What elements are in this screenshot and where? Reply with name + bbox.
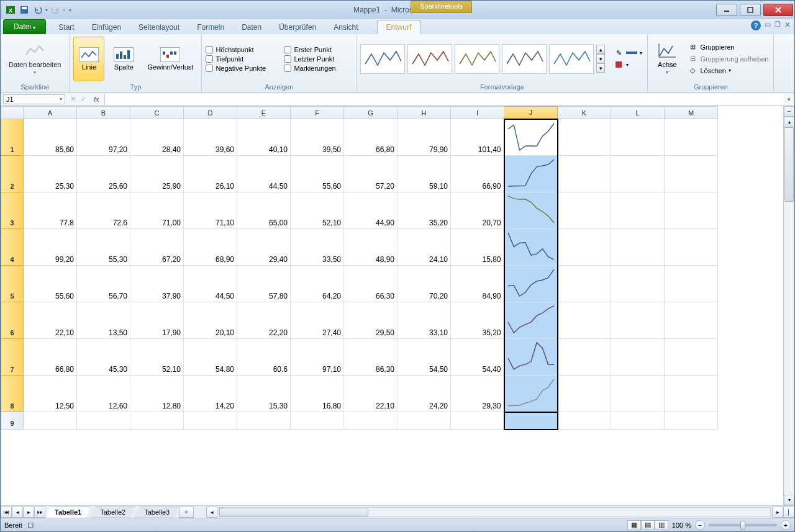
cell-J3[interactable] <box>504 192 558 229</box>
cell-E4[interactable]: 29,40 <box>237 229 291 266</box>
row-head-7[interactable]: 7 <box>1 339 24 376</box>
cell-E2[interactable]: 44,50 <box>237 156 291 192</box>
hscroll-thumb[interactable] <box>219 508 368 516</box>
cell-D4[interactable]: 68,90 <box>184 229 237 266</box>
doc-restore-icon[interactable]: ❐ <box>775 20 781 30</box>
macro-record-icon[interactable]: ▢ <box>27 521 34 529</box>
col-head-C[interactable]: C <box>130 107 184 119</box>
cell-L1[interactable] <box>611 119 665 156</box>
horizontal-scrollbar[interactable] <box>219 507 771 517</box>
cell-B2[interactable]: 25,60 <box>77 156 130 192</box>
cell-M5[interactable] <box>665 266 718 302</box>
cell-B5[interactable]: 56,70 <box>77 266 130 302</box>
close-button[interactable] <box>763 4 793 16</box>
tab-daten[interactable]: Daten <box>233 20 270 34</box>
zoom-in-button[interactable]: + <box>781 520 791 530</box>
tab-formeln[interactable]: Formeln <box>188 20 233 34</box>
cell-M1[interactable] <box>665 119 718 156</box>
check-lowpoint[interactable]: Tiefpunkt <box>206 55 280 63</box>
style-item-3[interactable] <box>455 44 499 74</box>
cell-I4[interactable]: 15,80 <box>451 229 504 266</box>
col-head-E[interactable]: E <box>237 107 291 119</box>
edit-data-button[interactable]: Daten bearbeiten ▾ <box>4 37 65 81</box>
cell-C7[interactable]: 52,10 <box>130 339 184 376</box>
row-head-1[interactable]: 1 <box>1 119 24 156</box>
sparkline-color-button[interactable]: ✎ ▾ <box>612 47 643 58</box>
row-head-9[interactable]: 9 <box>1 412 24 430</box>
col-head-I[interactable]: I <box>451 107 504 119</box>
cell-B7[interactable]: 45,30 <box>77 339 130 376</box>
cell-G2[interactable]: 57,20 <box>344 156 398 192</box>
cell-C5[interactable]: 37,90 <box>130 266 184 302</box>
row-head-6[interactable]: 6 <box>1 302 24 339</box>
cell-D6[interactable]: 20,10 <box>184 302 237 339</box>
cell-L7[interactable] <box>611 339 665 376</box>
cell-A4[interactable]: 99,20 <box>24 229 77 266</box>
hscroll-right-icon[interactable]: ▸ <box>772 507 783 518</box>
tab-nav-next-icon[interactable]: ▸ <box>23 507 34 518</box>
style-gallery[interactable]: ▴ ▾ ▾ <box>360 44 605 74</box>
cell-F1[interactable]: 39,50 <box>291 119 344 156</box>
axis-button[interactable]: Achse▾ <box>652 37 683 81</box>
excel-icon[interactable]: X <box>4 4 17 16</box>
cell-M4[interactable] <box>665 229 718 266</box>
cell-L6[interactable] <box>611 302 665 339</box>
cell-J7[interactable] <box>504 339 558 376</box>
doc-close-icon[interactable]: ✕ <box>784 20 791 30</box>
check-negative[interactable]: Negative Punkte <box>206 64 280 73</box>
zoom-out-button[interactable]: − <box>695 520 705 530</box>
type-column-button[interactable]: Spalte <box>108 37 139 81</box>
cell-I1[interactable]: 101,40 <box>451 119 504 156</box>
name-box[interactable]: J1▾ <box>3 94 65 104</box>
sheet-tab-2[interactable]: Tabelle2 <box>91 507 135 518</box>
cell-E8[interactable]: 15,30 <box>237 376 291 412</box>
cell-E7[interactable]: 60.6 <box>237 339 291 376</box>
cell-H4[interactable]: 24,10 <box>398 229 451 266</box>
cell-I9[interactable] <box>451 412 504 430</box>
style-item-2[interactable] <box>407 44 452 74</box>
zoom-label[interactable]: 100 % <box>672 521 691 529</box>
cell-J2[interactable] <box>504 156 558 192</box>
tab-ansicht[interactable]: Ansicht <box>325 20 366 34</box>
scroll-split-top[interactable]: ─ <box>784 106 794 117</box>
vertical-scrollbar[interactable]: ─ ▴ ▾ <box>783 106 794 505</box>
cell-M3[interactable] <box>665 192 718 229</box>
cell-M8[interactable] <box>665 376 718 412</box>
cell-K3[interactable] <box>558 192 611 229</box>
zoom-slider[interactable] <box>709 524 777 526</box>
check-lastpoint[interactable]: Letzter Punkt <box>284 55 352 63</box>
style-item-1[interactable] <box>360 44 405 74</box>
row-head-8[interactable]: 8 <box>1 376 24 412</box>
cell-K6[interactable] <box>558 302 611 339</box>
cell-I6[interactable]: 35,20 <box>451 302 504 339</box>
tab-einfuegen[interactable]: Einfügen <box>83 20 130 34</box>
file-tab[interactable]: Datei ▾ <box>3 19 46 34</box>
marker-color-button[interactable]: ▾ <box>612 59 643 70</box>
cell-A3[interactable]: 77.8 <box>24 192 77 229</box>
cell-M2[interactable] <box>665 156 718 192</box>
col-head-H[interactable]: H <box>398 107 451 119</box>
cell-L5[interactable] <box>611 266 665 302</box>
col-head-G[interactable]: G <box>344 107 398 119</box>
tab-ueberpruefen[interactable]: Überprüfen <box>270 20 325 34</box>
tab-entwurf[interactable]: Entwurf <box>377 20 421 34</box>
cell-K5[interactable] <box>558 266 611 302</box>
cell-J9[interactable] <box>504 412 558 430</box>
gallery-up-icon[interactable]: ▴ <box>596 45 605 54</box>
cell-G5[interactable]: 66,30 <box>344 266 398 302</box>
cell-D7[interactable]: 54,80 <box>184 339 237 376</box>
check-firstpoint[interactable]: Erster Punkt <box>284 45 352 54</box>
cell-K9[interactable] <box>558 412 611 430</box>
cell-M6[interactable] <box>665 302 718 339</box>
cell-H8[interactable]: 24,20 <box>398 376 451 412</box>
redo-icon[interactable] <box>49 4 61 16</box>
cell-F5[interactable]: 64,20 <box>291 266 344 302</box>
cell-L3[interactable] <box>611 192 665 229</box>
cell-G6[interactable]: 29,50 <box>344 302 398 339</box>
cell-A2[interactable]: 25,30 <box>24 156 77 192</box>
col-head-M[interactable]: M <box>665 107 718 119</box>
cell-B3[interactable]: 72.6 <box>77 192 130 229</box>
cell-D8[interactable]: 14,20 <box>184 376 237 412</box>
cell-G4[interactable]: 48,90 <box>344 229 398 266</box>
help-icon[interactable]: ? <box>751 20 761 30</box>
